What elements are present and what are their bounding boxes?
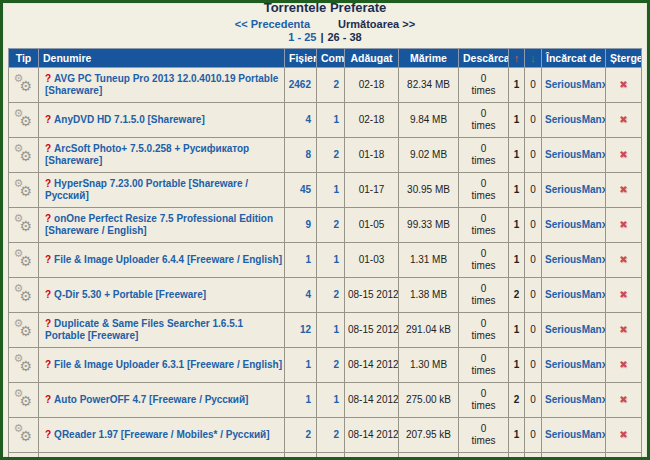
uploader-link[interactable]: SeriousManxD [545, 394, 606, 405]
prev-page-link[interactable]: << Precedenta [235, 18, 310, 30]
delete-icon[interactable] [619, 289, 627, 300]
files-count-link[interactable]: 4 [305, 289, 311, 300]
question-mark-link[interactable]: ? [45, 394, 51, 405]
question-mark-link[interactable]: ? [45, 429, 51, 440]
comments-count-link[interactable]: 2 [333, 429, 339, 440]
question-mark-link[interactable]: ? [45, 359, 51, 370]
added-date: 01-18 [345, 138, 399, 173]
added-date: 02-18 [345, 68, 399, 103]
torrent-name-link[interactable]: Duplicate & Same Files Searcher 1.6.5.1 … [45, 318, 243, 341]
comments-count-link[interactable]: 2 [333, 289, 339, 300]
delete-icon[interactable] [619, 149, 627, 160]
files-count-link[interactable]: 1 [305, 394, 311, 405]
torrent-name-link[interactable]: onOne Perfect Resize 7.5 Professional Ed… [45, 213, 273, 236]
uploader-link[interactable]: SeriousManxD [545, 359, 606, 370]
gears-icon[interactable] [13, 144, 35, 163]
question-mark-link[interactable]: ? [45, 178, 51, 189]
files-cell: 3 [285, 453, 317, 460]
gears-icon[interactable] [13, 214, 35, 233]
uploader-link[interactable]: SeriousManxD [545, 324, 606, 335]
comments-count-link[interactable]: 2 [333, 219, 339, 230]
torrent-name-link[interactable]: AVG PC Tuneup Pro 2013 12.0.4010.19 Port… [45, 73, 278, 96]
table-row: ?AnyDVD HD 7.1.5.0 [Shareware] 4 1 02-18… [9, 103, 642, 138]
question-mark-link[interactable]: ? [45, 114, 51, 125]
torrent-name-link[interactable]: Q-Dir 5.30 + Portable [Freeware] [54, 289, 206, 300]
added-date: 08-15 2012 [345, 313, 399, 348]
delete-icon[interactable] [619, 114, 627, 125]
delete-icon[interactable] [619, 359, 627, 370]
gears-icon[interactable] [13, 319, 35, 338]
files-count-link[interactable]: 45 [300, 184, 311, 195]
gears-icon[interactable] [13, 354, 35, 373]
torrent-size: 1.08 MB [399, 453, 459, 460]
files-count-link[interactable]: 8 [305, 149, 311, 160]
torrent-name-link[interactable]: QReader 1.97 [Freeware / Mobiles* / Русс… [54, 429, 269, 440]
comments-count-link[interactable]: 1 [333, 324, 339, 335]
gears-icon[interactable] [13, 74, 35, 93]
comments-count-link[interactable]: 1 [333, 114, 339, 125]
leechers-count: 0 [525, 383, 542, 418]
comments-count-link[interactable]: 1 [333, 394, 339, 405]
col-header-com: Com. [317, 49, 345, 68]
gears-icon[interactable] [13, 249, 35, 268]
gears-icon[interactable] [13, 424, 35, 443]
torrent-name-cell: ?HyperSnap 7.23.00 Portable [Shareware /… [39, 173, 285, 208]
comments-count-link[interactable]: 2 [333, 79, 339, 90]
uploader-link[interactable]: SeriousManxD [545, 289, 606, 300]
files-count-link[interactable]: 2 [305, 429, 311, 440]
uploader-link[interactable]: SeriousManxD [545, 184, 606, 195]
gears-icon[interactable] [13, 109, 35, 128]
question-mark-link[interactable]: ? [45, 254, 51, 265]
torrent-size: 30.95 MB [399, 173, 459, 208]
gears-icon[interactable] [13, 284, 35, 303]
comments-count-link[interactable]: 1 [333, 254, 339, 265]
uploader-link[interactable]: SeriousManxD [545, 79, 606, 90]
uploader-link[interactable]: SeriousManxD [545, 429, 606, 440]
files-cell: 2462 [285, 68, 317, 103]
delete-icon[interactable] [619, 324, 627, 335]
files-count-link[interactable]: 2462 [289, 79, 311, 90]
torrent-name-link[interactable]: HyperSnap 7.23.00 Portable [Shareware / … [45, 178, 248, 201]
torrent-size: 1.38 MB [399, 278, 459, 313]
question-mark-link[interactable]: ? [45, 213, 51, 224]
comments-count-link[interactable]: 1 [333, 184, 339, 195]
torrent-name-link[interactable]: AnyDVD HD 7.1.5.0 [Shareware] [54, 114, 205, 125]
delete-icon[interactable] [619, 219, 627, 230]
question-mark-link[interactable]: ? [45, 318, 51, 329]
delete-icon[interactable] [619, 429, 627, 440]
delete-icon[interactable] [619, 394, 627, 405]
files-count-link[interactable]: 4 [305, 114, 311, 125]
torrent-name-link[interactable]: Auto PowerOFF 4.7 [Freeware / Русский] [54, 394, 248, 405]
uploader-cell: SeriousManxD [542, 103, 606, 138]
uploader-link[interactable]: SeriousManxD [545, 114, 606, 125]
files-count-link[interactable]: 1 [305, 359, 311, 370]
uploader-link[interactable]: SeriousManxD [545, 149, 606, 160]
comments-count-link[interactable]: 2 [333, 149, 339, 160]
gears-icon[interactable] [13, 179, 35, 198]
files-count-link[interactable]: 1 [305, 254, 311, 265]
torrent-name-link[interactable]: ArcSoft Photo+ 7.5.0.258 + Русификатор [… [45, 143, 249, 166]
gears-icon[interactable] [13, 389, 35, 408]
question-mark-link[interactable]: ? [45, 289, 51, 300]
seeders-count: 1 [509, 418, 525, 453]
comments-count-link[interactable]: 2 [333, 359, 339, 370]
delete-icon[interactable] [619, 184, 627, 195]
downloaded-count: 0 times [459, 313, 509, 348]
question-mark-link[interactable]: ? [45, 143, 51, 154]
question-mark-link[interactable]: ? [45, 73, 51, 84]
category-cell [9, 103, 39, 138]
delete-icon[interactable] [619, 79, 627, 90]
delete-icon[interactable] [619, 254, 627, 265]
category-cell [9, 348, 39, 383]
files-count-link[interactable]: 9 [305, 219, 311, 230]
page-range-prev-link[interactable]: 1 - 25 [288, 31, 316, 43]
seeders-count: 1 [509, 173, 525, 208]
comments-cell: 2 [317, 208, 345, 243]
leechers-count: 0 [525, 243, 542, 278]
torrent-name-link[interactable]: File & Image Uploader 6.3.1 [Freeware / … [54, 359, 282, 370]
uploader-link[interactable]: SeriousManxD [545, 254, 606, 265]
torrent-name-link[interactable]: File & Image Uploader 6.4.4 [Freeware / … [54, 254, 282, 265]
uploader-link[interactable]: SeriousManxD [545, 219, 606, 230]
files-count-link[interactable]: 12 [300, 324, 311, 335]
seeders-count: 2 [509, 278, 525, 313]
